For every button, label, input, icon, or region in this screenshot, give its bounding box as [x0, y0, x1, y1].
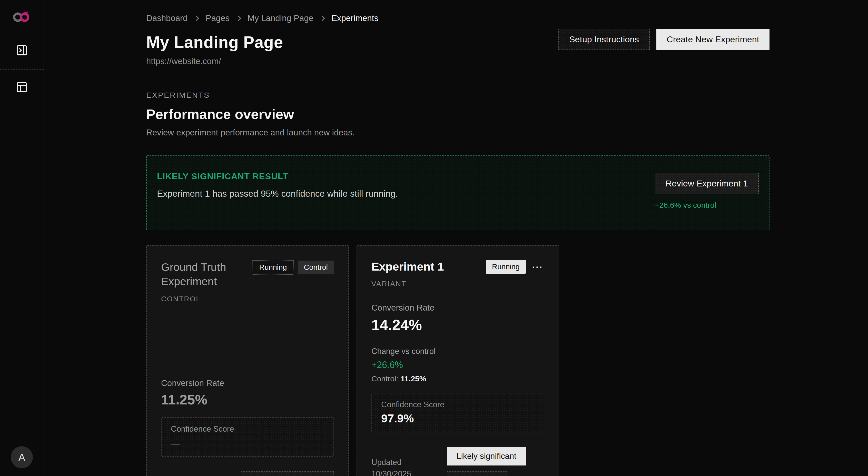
open-editor-button[interactable]: Open editor — [447, 471, 507, 476]
brand-logo[interactable] — [12, 10, 32, 23]
breadcrumb-dashboard[interactable]: Dashboard — [146, 13, 187, 23]
control-baseline-value: 11.25% — [400, 375, 426, 383]
confidence-score-value: — — [171, 439, 324, 450]
experiment-cards-grid: Ground Truth Experiment Running Control … — [146, 245, 770, 476]
main-content: Dashboard Pages My Landing Page Experime… — [44, 0, 868, 476]
header-left: Dashboard Pages My Landing Page Experime… — [146, 13, 378, 66]
panel-right-toggle-icon — [16, 44, 28, 56]
user-avatar[interactable]: A — [11, 446, 33, 468]
updated-date: Updated 10/30/2025 — [371, 457, 430, 476]
footer-actions: Likely significant Open editor — [447, 447, 526, 476]
conversion-rate-value: 11.25% — [161, 392, 334, 408]
chevron-right-icon — [194, 15, 199, 21]
page-title: My Landing Page — [146, 33, 378, 52]
create-new-experiment-button[interactable]: Create New Experiment — [656, 29, 770, 50]
variant-experiment-card: Experiment 1 Running ⋯ VARIANT Conversio… — [356, 245, 559, 476]
section-heading: Performance overview — [146, 106, 770, 122]
page-header: Dashboard Pages My Landing Page Experime… — [146, 13, 770, 66]
infinity-icon — [12, 10, 32, 23]
banner-description: Experiment 1 has passed 95% confidence w… — [157, 189, 398, 199]
confidence-score-label: Confidence Score — [171, 424, 324, 434]
sidebar-divider — [0, 69, 43, 70]
breadcrumb: Dashboard Pages My Landing Page Experime… — [146, 13, 378, 23]
section-subtitle: Review experiment performance and launch… — [146, 128, 770, 137]
card-spacer — [161, 303, 334, 378]
banner-title: LIKELY SIGNIFICANT RESULT — [157, 171, 398, 181]
role-label: CONTROL — [161, 295, 334, 303]
card-footer: Updated 10/28/2025 Manage conversions — [161, 471, 334, 476]
card-badges: Running ⋯ — [486, 260, 544, 274]
card-title: Ground Truth Experiment — [161, 260, 252, 289]
card-header: Experiment 1 Running ⋯ — [371, 260, 544, 274]
confidence-score-box: Confidence Score — — [161, 417, 334, 457]
confidence-score-label: Confidence Score — [381, 400, 534, 409]
breadcrumb-pages[interactable]: Pages — [206, 13, 229, 23]
sidebar: A — [0, 0, 44, 476]
experiments-eyebrow: EXPERIMENTS — [146, 91, 770, 99]
confidence-score-value: 97.9% — [381, 412, 534, 425]
control-badge: Control — [298, 260, 334, 274]
card-footer: Updated 10/30/2025 Likely significant Op… — [371, 447, 544, 476]
conversion-rate-label: Conversion Rate — [161, 378, 334, 388]
review-experiment-button[interactable]: Review Experiment 1 — [655, 173, 759, 194]
significant-result-banner: LIKELY SIGNIFICANT RESULT Experiment 1 h… — [146, 155, 770, 230]
conversion-rate-value: 14.24% — [371, 316, 544, 334]
banner-delta: +26.6% vs control — [655, 201, 716, 210]
control-baseline: Control: 11.25% — [371, 375, 544, 383]
header-actions: Setup Instructions Create New Experiment — [558, 29, 770, 50]
setup-instructions-button[interactable]: Setup Instructions — [558, 29, 650, 50]
chevron-right-icon — [320, 15, 325, 21]
banner-actions: Review Experiment 1 +26.6% vs control — [655, 171, 759, 220]
app-root: A Dashboard Pages My Landing Page Experi… — [0, 0, 868, 476]
breadcrumb-my-landing-page[interactable]: My Landing Page — [248, 13, 313, 23]
change-vs-control-label: Change vs control — [371, 347, 544, 356]
breadcrumb-experiments: Experiments — [332, 13, 378, 23]
role-label: VARIANT — [371, 280, 544, 288]
control-baseline-label: Control: — [371, 375, 398, 383]
layout-template-icon — [16, 81, 28, 93]
card-title: Experiment 1 — [371, 260, 444, 274]
running-status-badge: Running — [252, 260, 293, 275]
avatar-initial: A — [19, 452, 25, 463]
likely-significant-badge: Likely significant — [447, 447, 526, 466]
control-experiment-card: Ground Truth Experiment Running Control … — [146, 245, 349, 476]
card-header: Ground Truth Experiment Running Control — [161, 260, 334, 289]
running-status-badge: Running — [486, 260, 526, 274]
page-url: https://website.com/ — [146, 56, 378, 66]
change-vs-control-value: +26.6% — [371, 359, 544, 370]
chevron-right-icon — [236, 15, 241, 21]
card-badges: Running Control — [252, 260, 334, 275]
more-options-button[interactable]: ⋯ — [530, 261, 544, 273]
banner-text: LIKELY SIGNIFICANT RESULT Experiment 1 h… — [157, 171, 398, 220]
sidebar-item-pages[interactable] — [13, 79, 30, 95]
manage-conversions-button[interactable]: Manage conversions — [241, 471, 334, 476]
sidebar-item-toggle-panel[interactable] — [13, 42, 30, 59]
conversion-rate-label: Conversion Rate — [371, 303, 544, 313]
confidence-score-box: Confidence Score 97.9% — [371, 393, 544, 433]
